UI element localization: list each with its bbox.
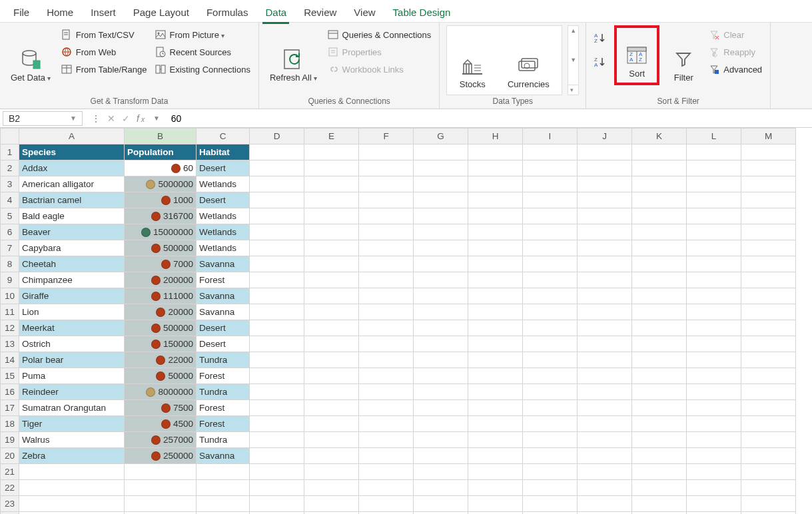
cell-B17[interactable]: 7500 [125, 400, 197, 416]
row-header-8[interactable]: 8 [1, 256, 19, 272]
cell-H23[interactable] [468, 496, 523, 512]
cell-A15[interactable]: Puma [19, 368, 125, 384]
cell-C14[interactable]: Tundra [197, 352, 250, 368]
cell-F22[interactable] [359, 480, 414, 496]
row-header-2[interactable]: 2 [1, 160, 19, 176]
cell-J19[interactable] [578, 432, 632, 448]
cell-D24[interactable] [250, 512, 304, 515]
cell-B22[interactable] [125, 480, 197, 496]
cell-M14[interactable] [741, 352, 796, 368]
cell-L22[interactable] [687, 480, 741, 496]
cell-A23[interactable] [19, 496, 125, 512]
cell-J1[interactable] [578, 144, 632, 160]
cell-D18[interactable] [250, 416, 304, 432]
cell-E13[interactable] [304, 336, 359, 352]
cell-H6[interactable] [468, 224, 523, 240]
cell-H9[interactable] [468, 272, 523, 288]
cell-I12[interactable] [523, 320, 578, 336]
cell-C8[interactable]: Savanna [197, 256, 250, 272]
row-header-21[interactable]: 21 [1, 464, 19, 480]
cell-K11[interactable] [632, 304, 687, 320]
cell-H4[interactable] [468, 192, 523, 208]
row-header-17[interactable]: 17 [1, 400, 19, 416]
cell-A11[interactable]: Lion [19, 304, 125, 320]
cell-K15[interactable] [632, 368, 687, 384]
cell-I20[interactable] [523, 448, 578, 464]
from-web-button[interactable]: From Web [60, 45, 149, 59]
cell-L21[interactable] [687, 464, 741, 480]
cell-D23[interactable] [250, 496, 304, 512]
cell-G23[interactable] [414, 496, 468, 512]
cell-F4[interactable] [359, 192, 414, 208]
cell-K3[interactable] [632, 176, 687, 192]
cell-G12[interactable] [414, 320, 468, 336]
cell-I19[interactable] [523, 432, 578, 448]
cell-I24[interactable] [523, 512, 578, 515]
row-header-20[interactable]: 20 [1, 448, 19, 464]
cell-G4[interactable] [414, 192, 468, 208]
cell-C11[interactable]: Savanna [197, 304, 250, 320]
cell-L6[interactable] [687, 224, 741, 240]
cell-F12[interactable] [359, 320, 414, 336]
cell-K10[interactable] [632, 288, 687, 304]
cell-L20[interactable] [687, 448, 741, 464]
cell-C7[interactable]: Wetlands [197, 240, 250, 256]
cell-K24[interactable] [632, 512, 687, 515]
cell-K17[interactable] [632, 400, 687, 416]
cell-M4[interactable] [741, 192, 796, 208]
row-header-19[interactable]: 19 [1, 432, 19, 448]
col-header-L[interactable]: L [687, 128, 741, 144]
cell-D6[interactable] [250, 224, 304, 240]
cell-J6[interactable] [578, 224, 632, 240]
cell-M13[interactable] [741, 336, 796, 352]
sort-button[interactable]: ZAAZ Sort [618, 29, 655, 81]
cell-L13[interactable] [687, 336, 741, 352]
cell-C18[interactable]: Forest [197, 416, 250, 432]
cell-C12[interactable]: Desert [197, 320, 250, 336]
existing-connections-button[interactable]: Existing Connections [154, 63, 252, 76]
cell-B21[interactable] [125, 464, 197, 480]
cell-I17[interactable] [523, 400, 578, 416]
cell-I11[interactable] [523, 304, 578, 320]
cell-F17[interactable] [359, 400, 414, 416]
cell-E24[interactable] [304, 512, 359, 515]
cell-M8[interactable] [741, 256, 796, 272]
cell-B24[interactable] [125, 512, 197, 515]
cell-H12[interactable] [468, 320, 523, 336]
cell-K6[interactable] [632, 224, 687, 240]
cell-E22[interactable] [304, 480, 359, 496]
cell-K12[interactable] [632, 320, 687, 336]
cell-M16[interactable] [741, 384, 796, 400]
cell-L19[interactable] [687, 432, 741, 448]
cell-A12[interactable]: Meerkat [19, 320, 125, 336]
cell-K8[interactable] [632, 256, 687, 272]
cell-J15[interactable] [578, 368, 632, 384]
select-all-corner[interactable] [1, 128, 19, 144]
cell-I14[interactable] [523, 352, 578, 368]
cell-F21[interactable] [359, 464, 414, 480]
cell-A19[interactable]: Walrus [19, 432, 125, 448]
cell-M11[interactable] [741, 304, 796, 320]
cell-M21[interactable] [741, 464, 796, 480]
cell-J24[interactable] [578, 512, 632, 515]
get-data-button[interactable]: Get Data [7, 25, 55, 85]
cell-B4[interactable]: 1000 [125, 192, 197, 208]
from-table-range-button[interactable]: From Table/Range [60, 63, 149, 76]
gallery-down-icon[interactable]: ▼ [568, 55, 578, 65]
cell-M5[interactable] [741, 208, 796, 224]
cell-H18[interactable] [468, 416, 523, 432]
cell-C2[interactable]: Desert [197, 160, 250, 176]
cell-F20[interactable] [359, 448, 414, 464]
gallery-up-icon[interactable]: ▲ [568, 26, 578, 35]
cell-I5[interactable] [523, 208, 578, 224]
cell-C19[interactable]: Tundra [197, 432, 250, 448]
cell-M24[interactable] [741, 512, 796, 515]
cell-G9[interactable] [414, 272, 468, 288]
menu-data[interactable]: Data [262, 3, 289, 24]
cell-J8[interactable] [578, 256, 632, 272]
cell-I13[interactable] [523, 336, 578, 352]
row-header-12[interactable]: 12 [1, 320, 19, 336]
cell-C15[interactable]: Forest [197, 368, 250, 384]
from-text-csv-button[interactable]: From Text/CSV [60, 28, 149, 41]
cell-G21[interactable] [414, 464, 468, 480]
